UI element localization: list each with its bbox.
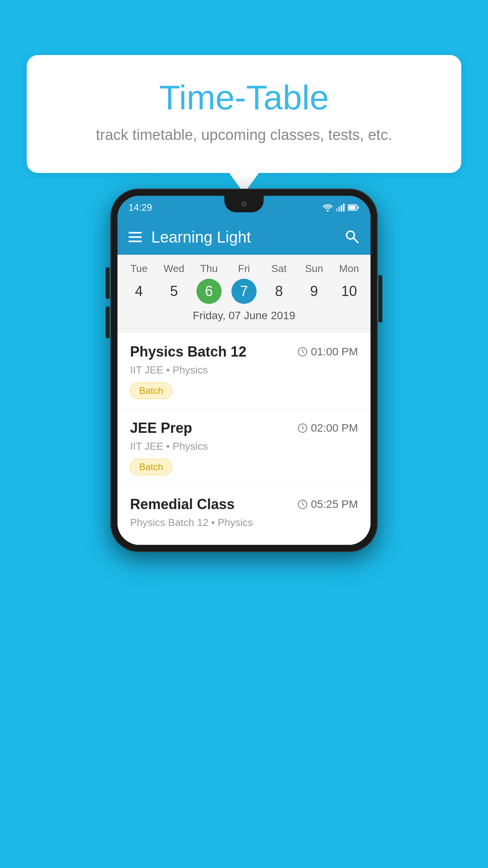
- speech-bubble-section: Time-Table track timetable, upcoming cla…: [27, 55, 461, 173]
- day-name: Wed: [163, 263, 184, 275]
- day-number[interactable]: 8: [266, 279, 292, 304]
- notch: [224, 196, 264, 212]
- clock-icon: [297, 499, 308, 509]
- phone-inner: 14:29: [117, 196, 371, 545]
- app-bar: Learning Light: [117, 219, 371, 255]
- speech-bubble: Time-Table track timetable, upcoming cla…: [27, 55, 461, 173]
- phone-outer: 14:29: [110, 189, 378, 552]
- day-column[interactable]: Sat8: [263, 263, 295, 304]
- bubble-subtitle: track timetable, upcoming classes, tests…: [58, 125, 430, 145]
- day-name: Mon: [339, 263, 359, 275]
- day-number[interactable]: 4: [127, 279, 152, 304]
- svg-line-9: [353, 238, 358, 243]
- batch-badge: Batch: [130, 383, 172, 399]
- status-icons: [323, 204, 360, 211]
- day-column[interactable]: Tue4: [123, 263, 155, 304]
- class-card-header: JEE Prep02:00 PM: [130, 420, 358, 436]
- svg-rect-4: [343, 204, 345, 211]
- day-number[interactable]: 7: [231, 279, 257, 304]
- class-subtitle: IIT JEE • Physics: [130, 440, 358, 452]
- day-number[interactable]: 9: [301, 279, 327, 304]
- class-time: 02:00 PM: [297, 422, 358, 434]
- search-button[interactable]: [344, 228, 360, 246]
- day-column[interactable]: Wed5: [158, 263, 190, 304]
- battery-icon: [348, 204, 360, 211]
- class-name: JEE Prep: [130, 420, 192, 436]
- phone-mockup: 14:29: [110, 189, 378, 552]
- class-card-header: Remedial Class05:25 PM: [130, 496, 358, 513]
- class-subtitle: IIT JEE • Physics: [130, 364, 358, 376]
- calendar-strip: Tue4Wed5Thu6Fri7Sat8Sun9Mon10 Friday, 07…: [117, 255, 371, 333]
- status-bar: 14:29: [117, 196, 371, 219]
- day-name: Thu: [200, 263, 218, 275]
- svg-rect-6: [358, 206, 359, 209]
- class-name: Physics Batch 12: [130, 344, 246, 360]
- signal-icon: [336, 204, 345, 211]
- day-name: Sun: [305, 263, 323, 275]
- class-card[interactable]: Remedial Class05:25 PMPhysics Batch 12 •…: [117, 485, 371, 545]
- class-card[interactable]: JEE Prep02:00 PMIIT JEE • PhysicsBatch: [117, 409, 371, 485]
- clock-icon: [297, 423, 308, 433]
- clock-icon: [297, 347, 308, 357]
- class-card-header: Physics Batch 1201:00 PM: [130, 344, 358, 360]
- class-subtitle: Physics Batch 12 • Physics: [130, 517, 358, 529]
- status-time: 14:29: [128, 202, 152, 213]
- svg-rect-7: [349, 206, 356, 210]
- svg-rect-1: [336, 208, 338, 211]
- class-time: 05:25 PM: [297, 498, 358, 511]
- svg-rect-2: [338, 207, 340, 211]
- batch-badge: Batch: [130, 459, 172, 475]
- day-column[interactable]: Mon10: [333, 263, 365, 304]
- svg-point-0: [327, 210, 329, 212]
- hamburger-menu-button[interactable]: [128, 232, 142, 242]
- camera: [241, 201, 247, 207]
- day-column[interactable]: Sun9: [298, 263, 330, 304]
- class-name: Remedial Class: [130, 496, 235, 513]
- day-name: Sat: [272, 263, 287, 275]
- day-column[interactable]: Fri7: [228, 263, 260, 304]
- class-card[interactable]: Physics Batch 1201:00 PMIIT JEE • Physic…: [117, 333, 371, 409]
- bubble-title: Time-Table: [58, 79, 430, 117]
- wifi-icon: [323, 204, 333, 211]
- days-row: Tue4Wed5Thu6Fri7Sat8Sun9Mon10: [117, 263, 371, 304]
- day-name: Tue: [130, 263, 148, 275]
- class-time: 01:00 PM: [297, 346, 358, 358]
- app-title: Learning Light: [151, 228, 334, 246]
- day-number[interactable]: 10: [336, 279, 361, 304]
- day-name: Fri: [238, 263, 250, 275]
- search-icon: [344, 228, 360, 244]
- classes-list: Physics Batch 1201:00 PMIIT JEE • Physic…: [117, 333, 371, 545]
- day-number[interactable]: 6: [196, 279, 222, 304]
- day-column[interactable]: Thu6: [193, 263, 225, 304]
- svg-rect-3: [341, 205, 342, 211]
- selected-date-label: Friday, 07 June 2019: [117, 304, 371, 329]
- day-number[interactable]: 5: [161, 279, 187, 304]
